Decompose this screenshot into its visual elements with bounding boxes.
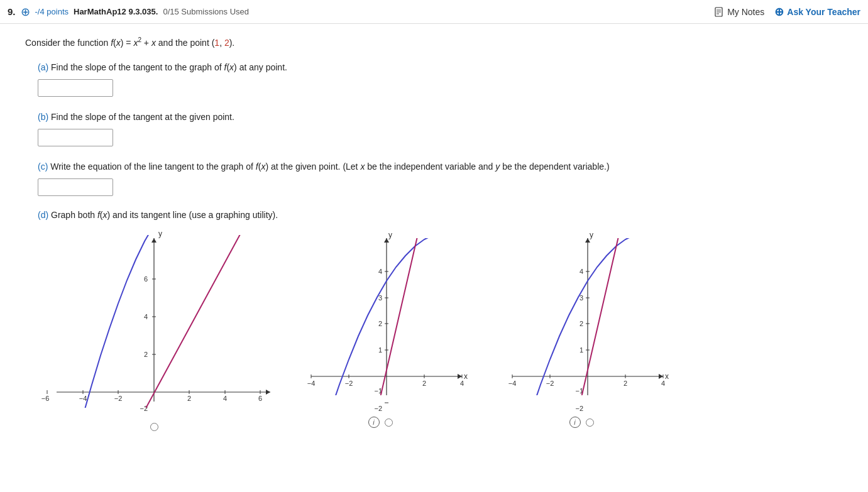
question-number: 9. bbox=[8, 6, 16, 17]
svg-text:−4: −4 bbox=[79, 395, 87, 402]
graph1-y-label: y bbox=[158, 229, 162, 238]
part-b-letter: (b) bbox=[38, 112, 48, 122]
part-a-text: Find the slope of the tangent to the gra… bbox=[51, 62, 287, 72]
graph-1-radio[interactable] bbox=[150, 423, 158, 431]
header-left: 9. ⊕ -/4 points HarMathAp12 9.3.035. 0/1… bbox=[8, 5, 714, 19]
graph-3-wrapper: y x −4 −2 2 bbox=[490, 229, 673, 413]
part-d-letter: (d) bbox=[38, 210, 48, 220]
part-b-input[interactable] bbox=[38, 129, 113, 146]
add-icon[interactable]: ⊕ bbox=[21, 5, 30, 19]
part-b-text: Find the slope of the tangent at the giv… bbox=[51, 112, 234, 122]
graphs-row: y x bbox=[38, 229, 853, 431]
graph-3-radio-row: i bbox=[569, 417, 594, 428]
graph3-x-label: x bbox=[665, 372, 669, 381]
svg-text:1: 1 bbox=[378, 346, 382, 354]
graph-1-wrapper: y x bbox=[38, 229, 270, 419]
part-a-letter: (a) bbox=[38, 62, 48, 72]
graph-3-container: y x −4 −2 2 bbox=[490, 229, 673, 428]
ask-teacher-icon: ⊕ bbox=[774, 5, 784, 19]
svg-text:2: 2 bbox=[144, 351, 148, 358]
svg-text:4: 4 bbox=[223, 395, 227, 402]
svg-text:−4: −4 bbox=[508, 380, 517, 387]
graph-2-radio[interactable] bbox=[385, 418, 393, 427]
main-content: Consider the function f(x) = x2 + x and … bbox=[0, 24, 868, 444]
statement-start: Consider the function f(x) = x2 + x and … bbox=[25, 38, 234, 48]
svg-text:1: 1 bbox=[580, 346, 583, 354]
graph2-tangent-line bbox=[349, 229, 434, 411]
graph-2-radio-row: i bbox=[368, 417, 393, 428]
graph-2-wrapper: y x −4 −2 2 bbox=[289, 229, 471, 413]
graph2-y-label: y bbox=[388, 231, 392, 239]
graph3-y-label: y bbox=[590, 231, 593, 239]
svg-text:−6: −6 bbox=[41, 395, 50, 402]
svg-marker-7 bbox=[266, 390, 270, 395]
svg-text:−4: −4 bbox=[307, 380, 316, 387]
ask-teacher-label: Ask Your Teacher bbox=[787, 7, 860, 17]
problem-id: HarMathAp12 9.3.035. bbox=[74, 7, 158, 16]
svg-text:2: 2 bbox=[624, 380, 627, 387]
part-b: (b) Find the slope of the tangent at the… bbox=[38, 111, 853, 146]
svg-marker-32 bbox=[458, 374, 462, 379]
svg-text:4: 4 bbox=[580, 268, 583, 275]
graph-3-svg: y x −4 −2 2 bbox=[490, 229, 673, 411]
part-d-text: Graph both f(x) and its tangent line (us… bbox=[51, 210, 278, 220]
graph-3-radio[interactable] bbox=[586, 418, 594, 427]
graph2-x-label: x bbox=[464, 372, 468, 381]
points-label: -/4 points bbox=[35, 7, 69, 16]
svg-text:4: 4 bbox=[378, 268, 382, 275]
submissions-used: 0/15 Submissions Used bbox=[163, 7, 249, 16]
page-header: 9. ⊕ -/4 points HarMathAp12 9.3.035. 0/1… bbox=[0, 0, 868, 24]
svg-text:2: 2 bbox=[378, 320, 382, 327]
part-c-label: (c) Write the equation of the line tange… bbox=[38, 160, 853, 173]
part-d-label: (d) Graph both f(x) and its tangent line… bbox=[38, 210, 853, 220]
svg-text:4: 4 bbox=[144, 313, 148, 320]
part-c-input[interactable] bbox=[38, 178, 113, 196]
svg-text:2: 2 bbox=[580, 320, 583, 327]
graph-3-info-icon[interactable]: i bbox=[569, 417, 581, 428]
part-a: (a) Find the slope of the tangent to the… bbox=[38, 61, 853, 97]
notes-icon bbox=[714, 7, 724, 17]
svg-text:−2: −2 bbox=[345, 380, 353, 387]
svg-text:−2: −2 bbox=[374, 405, 382, 411]
header-right: My Notes ⊕ Ask Your Teacher bbox=[714, 5, 860, 19]
ask-teacher-button[interactable]: ⊕ Ask Your Teacher bbox=[774, 5, 860, 19]
svg-text:4: 4 bbox=[661, 380, 665, 387]
graph-2-info-icon[interactable]: i bbox=[368, 417, 380, 428]
svg-text:4: 4 bbox=[460, 380, 464, 387]
graph-1-svg: y x bbox=[38, 229, 270, 417]
svg-marker-56 bbox=[659, 374, 663, 379]
part-c: (c) Write the equation of the line tange… bbox=[38, 160, 853, 196]
part-d: (d) Graph both f(x) and its tangent line… bbox=[38, 210, 853, 431]
svg-text:−2: −2 bbox=[575, 405, 583, 411]
part-c-text: Write the equation of the line tangent t… bbox=[50, 161, 609, 172]
svg-text:2: 2 bbox=[422, 380, 426, 387]
part-a-input[interactable] bbox=[38, 79, 113, 97]
svg-text:−2: −2 bbox=[546, 380, 554, 387]
svg-text:−2: −2 bbox=[114, 395, 123, 402]
svg-text:2: 2 bbox=[187, 395, 191, 402]
my-notes-button[interactable]: My Notes bbox=[714, 7, 764, 17]
svg-text:6: 6 bbox=[258, 395, 262, 402]
part-b-label: (b) Find the slope of the tangent at the… bbox=[38, 111, 853, 124]
graph-1-radio-row bbox=[150, 423, 158, 431]
graph1-parabola bbox=[47, 229, 269, 417]
graph-1-container: y x bbox=[38, 229, 270, 431]
graph-2-container: y x −4 −2 2 bbox=[289, 229, 471, 428]
svg-marker-8 bbox=[151, 238, 157, 243]
part-c-letter: (c) bbox=[38, 161, 48, 172]
problem-statement: Consider the function f(x) = x2 + x and … bbox=[25, 35, 853, 50]
graph1-tangent-line bbox=[83, 229, 260, 417]
part-a-label: (a) Find the slope of the tangent to the… bbox=[38, 61, 853, 74]
svg-text:6: 6 bbox=[144, 275, 148, 283]
my-notes-label: My Notes bbox=[727, 7, 764, 17]
graph3-tangent-line bbox=[550, 229, 635, 411]
graph-2-svg: y x −4 −2 2 bbox=[289, 229, 471, 411]
